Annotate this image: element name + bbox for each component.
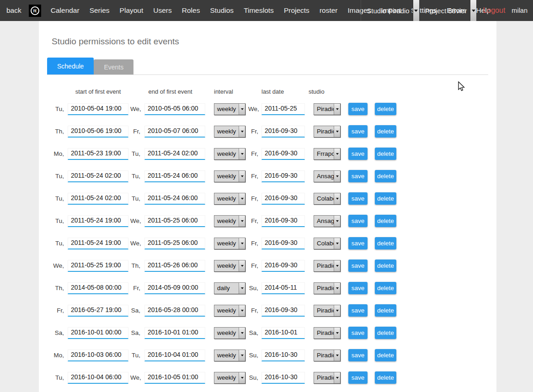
end-datetime-input[interactable] (144, 103, 205, 115)
tab-schedule[interactable]: Schedule (47, 58, 94, 74)
last-date-input[interactable] (261, 193, 305, 205)
nav-item-projects[interactable]: Projects (279, 0, 314, 21)
interval-select[interactable]: weekly (214, 372, 245, 384)
nav-item-playout[interactable]: Playout (115, 0, 149, 21)
dropdown-arrow-icon[interactable] (334, 260, 340, 271)
nav-item-users[interactable]: Users (148, 0, 176, 21)
nav-item-roles[interactable]: Roles (177, 0, 205, 21)
studio-select[interactable]: Piradio (314, 327, 341, 339)
start-datetime-input[interactable] (68, 148, 128, 160)
start-datetime-input[interactable] (68, 103, 128, 115)
dropdown-arrow-icon[interactable] (239, 350, 245, 361)
last-date-input[interactable] (261, 215, 305, 227)
start-datetime-input[interactable] (68, 305, 128, 317)
pi-radio-logo-icon[interactable]: π (29, 5, 41, 17)
last-date-input[interactable] (261, 126, 305, 138)
delete-button[interactable]: delete (375, 371, 396, 384)
logout-link[interactable]: Logout (476, 0, 510, 21)
delete-button[interactable]: delete (375, 103, 396, 115)
delete-button[interactable]: delete (375, 215, 396, 227)
nav-item-series[interactable]: Series (85, 0, 115, 21)
dropdown-arrow-icon[interactable] (239, 372, 245, 383)
interval-select[interactable]: weekly (214, 193, 245, 205)
start-datetime-input[interactable] (68, 193, 128, 205)
end-datetime-input[interactable] (144, 305, 205, 317)
interval-select[interactable]: weekly (214, 148, 245, 160)
save-button[interactable]: save (348, 170, 368, 182)
end-datetime-input[interactable] (144, 215, 205, 227)
dropdown-arrow-icon[interactable] (334, 104, 340, 115)
studio-select[interactable]: Piradio (314, 305, 341, 317)
last-date-input[interactable] (261, 170, 305, 182)
interval-select[interactable]: weekly (214, 350, 245, 361)
dropdown-arrow-icon[interactable] (239, 260, 245, 271)
dropdown-arrow-icon[interactable] (239, 171, 245, 182)
delete-button[interactable]: delete (375, 282, 396, 294)
delete-button[interactable]: delete (375, 237, 396, 249)
dropdown-arrow-icon[interactable] (334, 350, 340, 361)
end-datetime-input[interactable] (144, 148, 205, 160)
interval-select[interactable]: weekly (214, 103, 245, 115)
end-datetime-input[interactable] (144, 193, 205, 205)
nav-item-calendar[interactable]: Calendar (46, 0, 85, 21)
last-date-input[interactable] (261, 372, 305, 384)
interval-select[interactable]: weekly (214, 238, 245, 249)
studio-select[interactable]: Ansage (314, 215, 341, 227)
dropdown-arrow-icon[interactable] (334, 283, 340, 294)
tab-events[interactable]: Events (94, 59, 133, 74)
end-datetime-input[interactable] (144, 126, 205, 138)
save-button[interactable]: save (348, 103, 368, 115)
studio-select[interactable]: Piradio (314, 372, 341, 384)
interval-select[interactable]: weekly (214, 260, 245, 272)
dropdown-arrow-icon[interactable] (334, 171, 340, 182)
dropdown-arrow-icon[interactable] (239, 148, 245, 159)
studio-select[interactable]: Piradio (314, 260, 341, 272)
start-datetime-input[interactable] (68, 215, 128, 227)
dropdown-arrow-icon[interactable] (239, 104, 245, 115)
dropdown-arrow-icon[interactable] (334, 216, 340, 227)
dropdown-arrow-icon[interactable] (334, 193, 340, 204)
end-datetime-input[interactable] (144, 350, 205, 361)
dropdown-arrow-icon[interactable] (239, 126, 245, 137)
start-datetime-input[interactable] (68, 372, 128, 384)
interval-select[interactable]: daily (214, 282, 245, 294)
chevron-down-icon[interactable] (413, 0, 419, 21)
save-button[interactable]: save (348, 327, 368, 339)
dropdown-arrow-icon[interactable] (334, 148, 340, 159)
studio-select[interactable]: Piradio (314, 282, 341, 294)
start-datetime-input[interactable] (68, 282, 128, 294)
save-button[interactable]: save (348, 282, 368, 294)
last-date-input[interactable] (261, 350, 305, 361)
delete-button[interactable]: delete (375, 148, 396, 160)
end-datetime-input[interactable] (144, 260, 205, 272)
save-button[interactable]: save (348, 125, 368, 138)
nav-item-roster[interactable]: roster (314, 0, 343, 21)
studio-select[interactable]: Frrapo (314, 148, 341, 160)
save-button[interactable]: save (348, 215, 368, 227)
delete-button[interactable]: delete (375, 170, 396, 182)
studio-select[interactable]: Colabo (314, 238, 341, 249)
save-button[interactable]: save (348, 349, 368, 361)
delete-button[interactable]: delete (375, 260, 396, 272)
interval-select[interactable]: weekly (214, 170, 245, 182)
interval-select[interactable]: weekly (214, 215, 245, 227)
start-datetime-input[interactable] (68, 170, 128, 182)
back-link[interactable]: back (6, 0, 26, 21)
last-date-input[interactable] (261, 282, 305, 294)
start-datetime-input[interactable] (68, 238, 128, 249)
studio-select[interactable]: Ansage (314, 170, 341, 182)
nav-item-studios[interactable]: Studios (205, 0, 239, 21)
interval-select[interactable]: weekly (214, 126, 245, 138)
last-date-input[interactable] (261, 305, 305, 317)
last-date-input[interactable] (261, 238, 305, 249)
chevron-down-icon[interactable] (470, 0, 476, 21)
end-datetime-input[interactable] (144, 170, 205, 182)
dropdown-arrow-icon[interactable] (239, 193, 245, 204)
nav-item-timeslots[interactable]: Timeslots (239, 0, 279, 21)
studio-switcher-select[interactable]: Studio Piradio (361, 0, 419, 21)
save-button[interactable]: save (348, 260, 368, 272)
dropdown-arrow-icon[interactable] (239, 216, 245, 227)
delete-button[interactable]: delete (375, 125, 396, 138)
save-button[interactable]: save (348, 237, 368, 249)
last-date-input[interactable] (261, 260, 305, 272)
